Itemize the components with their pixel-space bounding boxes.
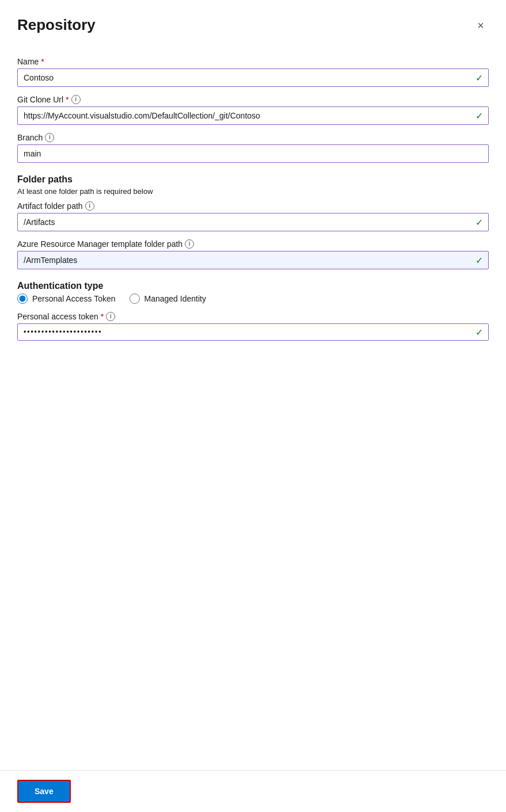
name-label: Name * [17, 57, 489, 66]
artifact-folder-input[interactable] [17, 213, 489, 231]
name-input[interactable] [17, 68, 489, 87]
panel-title: Repository [17, 16, 96, 34]
name-input-wrapper: ✓ [17, 68, 489, 87]
git-clone-url-input[interactable] [17, 106, 489, 125]
artifact-info-icon[interactable]: i [85, 201, 94, 211]
pat-input[interactable] [17, 323, 489, 341]
git-url-check-icon: ✓ [475, 110, 483, 121]
managed-identity-radio-label: Managed Identity [144, 294, 206, 303]
close-button[interactable]: × [473, 17, 489, 33]
name-check-icon: ✓ [475, 73, 483, 83]
pat-radio-option[interactable]: Personal Access Token [17, 293, 116, 304]
managed-identity-radio-input[interactable] [130, 293, 140, 304]
artifact-folder-group: Artifact folder path i ✓ [17, 201, 489, 231]
panel-header: Repository × [0, 0, 506, 45]
pat-radio-input[interactable] [17, 293, 28, 304]
save-button[interactable]: Save [17, 780, 71, 803]
managed-identity-radio-option[interactable]: Managed Identity [130, 293, 206, 304]
folder-paths-title: Folder paths [17, 174, 489, 185]
arm-template-label: Azure Resource Manager template folder p… [17, 239, 489, 249]
branch-input-wrapper [17, 144, 489, 163]
pat-required-star: * [101, 312, 104, 321]
name-required-star: * [41, 57, 44, 66]
auth-type-title: Authentication type [17, 281, 489, 291]
git-clone-url-input-wrapper: ✓ [17, 106, 489, 125]
pat-input-wrapper: ✓ [17, 323, 489, 341]
git-clone-url-field-group: Git Clone Url * i ✓ [17, 95, 489, 125]
pat-check-icon: ✓ [475, 327, 483, 338]
repository-panel: Repository × Name * ✓ Git Clone Url * i [0, 0, 506, 812]
git-clone-url-label: Git Clone Url * i [17, 95, 489, 104]
folder-paths-section: Folder paths At least one folder path is… [17, 174, 489, 269]
panel-footer: Save [0, 770, 506, 812]
panel-body: Name * ✓ Git Clone Url * i ✓ Branch [0, 45, 506, 812]
arm-check-icon: ✓ [475, 255, 483, 266]
pat-label: Personal access token * i [17, 312, 489, 321]
artifact-check-icon: ✓ [475, 217, 483, 228]
artifact-folder-input-wrapper: ✓ [17, 213, 489, 231]
pat-field-group: Personal access token * i ✓ [17, 312, 489, 341]
branch-info-icon[interactable]: i [45, 133, 54, 142]
git-url-info-icon[interactable]: i [71, 95, 81, 104]
folder-paths-subtitle: At least one folder path is required bel… [17, 187, 489, 196]
branch-field-group: Branch i [17, 133, 489, 163]
branch-input[interactable] [17, 144, 489, 163]
arm-template-input[interactable] [17, 251, 489, 269]
pat-info-icon[interactable]: i [106, 312, 115, 321]
name-field-group: Name * ✓ [17, 57, 489, 87]
pat-radio-label: Personal Access Token [32, 294, 116, 303]
arm-template-input-wrapper: ✓ [17, 251, 489, 269]
arm-info-icon[interactable]: i [185, 239, 194, 249]
arm-template-folder-group: Azure Resource Manager template folder p… [17, 239, 489, 269]
artifact-folder-label: Artifact folder path i [17, 201, 489, 211]
branch-label: Branch i [17, 133, 489, 142]
auth-type-section: Authentication type Personal Access Toke… [17, 281, 489, 341]
git-url-required-star: * [66, 95, 69, 104]
auth-radio-group: Personal Access Token Managed Identity [17, 293, 489, 304]
